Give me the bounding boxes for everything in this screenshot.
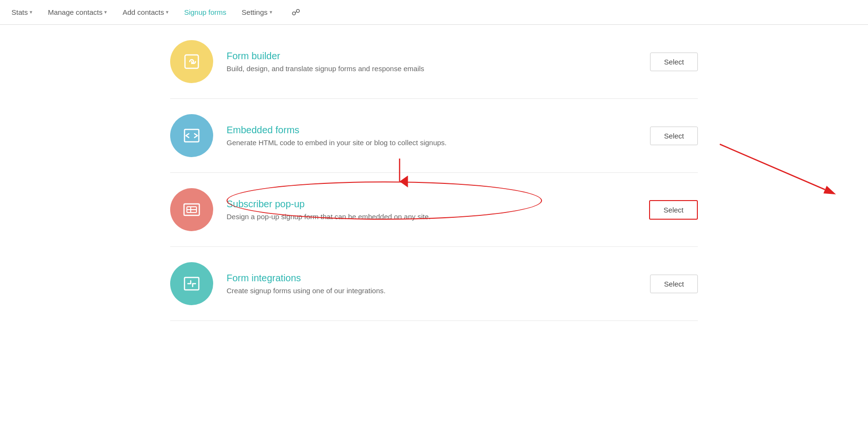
embedded-forms-desc: Generate HTML code to embed in your site… [227, 138, 650, 147]
form-builder-text: Form builder Build, design, and translat… [227, 51, 650, 73]
popup-icon [182, 200, 201, 219]
integration-icon [182, 274, 201, 293]
nav-add-contacts[interactable]: Add contacts ▾ [122, 8, 169, 16]
settings-chevron-icon: ▾ [270, 9, 272, 15]
subscriber-popup-icon-circle [170, 188, 213, 231]
form-integrations-icon-circle [170, 262, 213, 305]
nav-settings-label: Settings [242, 8, 268, 16]
subscriber-popup-option: Subscriber pop-up Design a pop-up signup… [170, 173, 698, 247]
subscriber-popup-title: Subscriber pop-up [227, 199, 649, 210]
nav-manage-contacts-label: Manage contacts [48, 8, 102, 16]
form-integrations-select-button[interactable]: Select [650, 275, 698, 293]
form-options-list: Form builder Build, design, and translat… [170, 25, 698, 321]
svg-line-9 [720, 144, 825, 190]
nav-settings[interactable]: Settings ▾ [242, 8, 272, 16]
main-content: Form builder Build, design, and translat… [147, 25, 721, 321]
link-icon [182, 52, 201, 71]
embedded-forms-icon-circle [170, 114, 213, 157]
subscriber-popup-select-button[interactable]: Select [649, 200, 698, 220]
subscriber-popup-desc: Design a pop-up signup form that can be … [227, 213, 649, 221]
nav-add-contacts-label: Add contacts [122, 8, 164, 16]
embedded-forms-title: Embedded forms [227, 125, 650, 136]
subscriber-popup-text: Subscriber pop-up Design a pop-up signup… [227, 199, 649, 221]
nav-manage-contacts[interactable]: Manage contacts ▾ [48, 8, 107, 16]
search-icon[interactable]: ☍ [292, 7, 300, 18]
manage-contacts-chevron-icon: ▾ [104, 9, 107, 15]
form-integrations-desc: Create signup forms using one of our int… [227, 287, 650, 295]
nav-signup-forms-label: Signup forms [184, 8, 226, 16]
embedded-forms-select-button[interactable]: Select [650, 127, 698, 145]
svg-rect-10 [184, 277, 199, 290]
form-builder-desc: Build, design, and translate signup form… [227, 64, 650, 73]
form-builder-icon-circle [170, 40, 213, 83]
form-builder-select-button[interactable]: Select [650, 53, 698, 71]
code-icon [182, 126, 201, 145]
form-integrations-title: Form integrations [227, 273, 650, 284]
form-builder-title: Form builder [227, 51, 650, 62]
nav-signup-forms[interactable]: Signup forms [184, 8, 226, 16]
embedded-forms-option: Embedded forms Generate HTML code to emb… [170, 99, 698, 173]
embedded-forms-text: Embedded forms Generate HTML code to emb… [227, 125, 650, 147]
add-contacts-chevron-icon: ▾ [166, 9, 169, 15]
form-integrations-option: Form integrations Create signup forms us… [170, 247, 698, 321]
form-integrations-text: Form integrations Create signup forms us… [227, 273, 650, 295]
nav-stats-label: Stats [11, 8, 28, 16]
form-builder-option: Form builder Build, design, and translat… [170, 25, 698, 99]
stats-chevron-icon: ▾ [30, 9, 33, 15]
nav-bar: Stats ▾ Manage contacts ▾ Add contacts ▾… [0, 0, 868, 25]
nav-stats[interactable]: Stats ▾ [11, 8, 33, 16]
